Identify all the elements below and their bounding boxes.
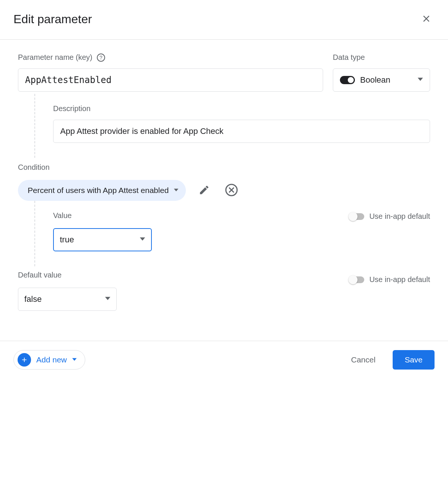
condition-value-block: Value true Use in-app default — [34, 201, 430, 266]
default-inapp-toggle-row: Use in-app default — [349, 275, 430, 284]
default-inapp-label: Use in-app default — [369, 275, 430, 284]
data-type-value: Boolean — [360, 75, 390, 85]
data-type-field: Data type Boolean — [333, 53, 430, 92]
close-circle-icon — [225, 183, 238, 198]
boolean-switch-icon — [340, 76, 355, 84]
chevron-down-icon — [140, 236, 145, 243]
description-block: Description — [34, 94, 430, 158]
data-type-select[interactable]: Boolean — [333, 68, 430, 92]
close-icon — [421, 13, 432, 25]
help-icon[interactable]: ? — [97, 53, 105, 62]
edit-parameter-dialog: Edit parameter Parameter name (key) ? Da… — [0, 0, 448, 379]
parameter-name-label: Parameter name (key) ? — [18, 53, 323, 62]
save-button[interactable]: Save — [393, 350, 435, 370]
add-new-button[interactable]: Add new — [13, 350, 85, 370]
parameter-name-label-text: Parameter name (key) — [18, 53, 92, 62]
default-value-text: false — [24, 294, 42, 304]
condition-inapp-label: Use in-app default — [369, 212, 430, 221]
condition-chip-text: Percent of users with App Attest enabled — [28, 186, 169, 195]
condition-chip[interactable]: Percent of users with App Attest enabled — [18, 180, 186, 201]
cancel-button[interactable]: Cancel — [345, 352, 381, 368]
condition-inapp-toggle-row: Use in-app default — [349, 212, 430, 221]
description-label: Description — [53, 104, 430, 113]
default-value-row: Default value false Use in-app default — [18, 271, 430, 311]
condition-row: Percent of users with App Attest enabled — [18, 180, 430, 201]
condition-inapp-toggle[interactable] — [349, 213, 364, 220]
chevron-down-icon — [72, 357, 77, 363]
chevron-down-icon — [174, 187, 178, 194]
data-type-label: Data type — [333, 53, 430, 62]
parameter-name-input[interactable] — [18, 68, 323, 92]
default-value-label: Default value — [18, 271, 349, 279]
footer-actions: Cancel Save — [345, 350, 435, 370]
dialog-footer: Add new Cancel Save — [0, 341, 448, 379]
remove-condition-button[interactable] — [223, 181, 240, 200]
dialog-header: Edit parameter — [0, 0, 448, 40]
condition-value-text: true — [60, 235, 74, 245]
dialog-title: Edit parameter — [13, 12, 92, 26]
dialog-body: Parameter name (key) ? Data type Boolean — [0, 40, 448, 318]
condition-value-select[interactable]: true — [53, 228, 152, 251]
chevron-down-icon — [418, 77, 423, 83]
condition-value-label: Value — [53, 211, 349, 220]
condition-section-label: Condition — [18, 163, 430, 172]
default-inapp-toggle[interactable] — [349, 276, 364, 283]
default-value-left: Default value false — [18, 271, 349, 311]
chevron-down-icon — [105, 296, 110, 303]
default-value-select[interactable]: false — [18, 288, 117, 311]
add-new-label: Add new — [36, 355, 67, 364]
data-type-select-content: Boolean — [340, 75, 390, 85]
condition-value-left: Value true — [53, 211, 349, 251]
parameter-name-field: Parameter name (key) ? — [18, 53, 323, 92]
top-row: Parameter name (key) ? Data type Boolean — [18, 53, 430, 92]
plus-icon — [18, 353, 31, 367]
condition-value-row: Value true Use in-app default — [53, 211, 430, 251]
close-button[interactable] — [418, 10, 435, 28]
description-input[interactable] — [53, 120, 430, 143]
pencil-icon — [199, 184, 210, 197]
edit-condition-button[interactable] — [196, 182, 212, 199]
